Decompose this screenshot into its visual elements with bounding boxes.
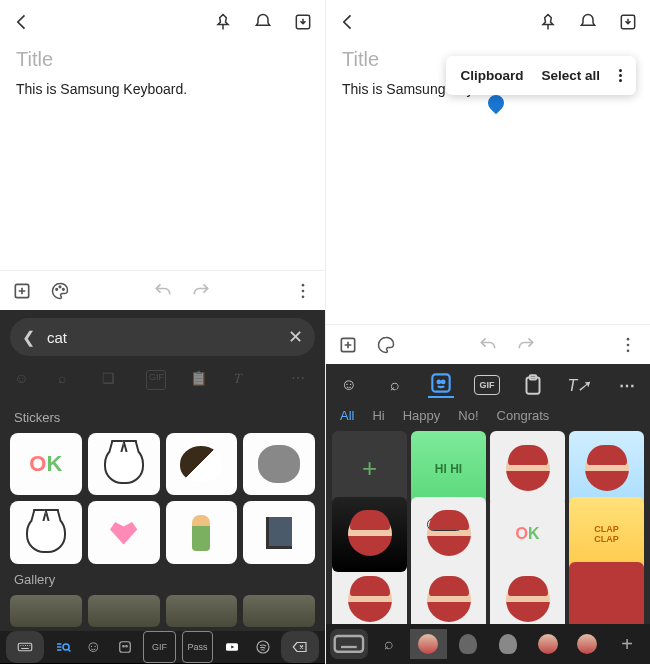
svg-point-4 [63, 288, 65, 290]
keyboard-toggle-icon[interactable] [330, 629, 368, 659]
keyboard-content-tabs: ☺ ⌕ GIF T➚ ⋯ [326, 364, 650, 402]
backspace-icon[interactable] [281, 631, 319, 663]
right-screenshot: Clipboard Select all Title This is Samsu… [325, 0, 650, 664]
reminder-icon[interactable] [253, 12, 273, 32]
sticker-tab-icon[interactable]: ❏ [102, 370, 122, 390]
palette-icon[interactable] [376, 335, 396, 355]
pack-avatar-3[interactable] [489, 629, 527, 659]
keyboard-toggle-icon[interactable] [6, 631, 44, 663]
sticker-category-tabs: All Hi Happy No! Congrats [326, 402, 650, 431]
gallery-thumb[interactable] [243, 595, 315, 627]
keyboard-bottom-bar: ☺ GIF Pass [0, 631, 325, 663]
pass-mode-icon[interactable]: Pass [182, 631, 213, 663]
tabs-more-icon[interactable]: ⋯ [291, 370, 311, 390]
gif-mode-icon[interactable]: GIF [143, 631, 176, 663]
redo-icon[interactable] [516, 335, 536, 355]
emoji-mode-icon[interactable]: ☺ [81, 631, 106, 663]
checkbox-icon[interactable] [12, 281, 32, 301]
sticker-emoji-ok[interactable]: OK [490, 497, 565, 572]
undo-icon[interactable] [153, 281, 173, 301]
sticker-mode-icon[interactable] [112, 631, 137, 663]
pack-add-icon[interactable]: + [608, 629, 646, 659]
svg-rect-25 [335, 636, 363, 652]
sticker-emoji-8[interactable] [569, 562, 644, 624]
text-context-menu: Clipboard Select all [446, 56, 636, 95]
note-toolbar [0, 270, 325, 310]
svg-point-5 [302, 283, 305, 286]
app-topbar [0, 0, 325, 44]
pin-icon[interactable] [213, 12, 233, 32]
youtube-mode-icon[interactable] [219, 631, 244, 663]
sticker-hi[interactable]: HI HI [411, 431, 486, 506]
gallery-row [0, 591, 325, 631]
sticker-cat-wave[interactable] [10, 501, 82, 563]
pack-avatar-2[interactable] [449, 629, 487, 659]
sticker-cat-gray-1[interactable] [243, 433, 315, 495]
redo-icon[interactable] [191, 281, 211, 301]
sticker-ok[interactable]: OK [10, 433, 82, 495]
title-placeholder[interactable]: Title [0, 44, 325, 77]
back-icon[interactable] [338, 12, 358, 32]
search-tab-icon[interactable]: ⌕ [58, 370, 78, 390]
svg-point-22 [442, 381, 445, 384]
svg-point-11 [122, 645, 124, 647]
clipboard-tab-icon[interactable]: 📋 [190, 370, 210, 390]
sticker-emoji-1[interactable] [490, 431, 565, 506]
sticker-tab-icon[interactable] [428, 372, 454, 398]
cat-happy[interactable]: Happy [403, 408, 441, 423]
cat-all[interactable]: All [340, 408, 354, 423]
undo-icon[interactable] [478, 335, 498, 355]
context-clipboard[interactable]: Clipboard [454, 66, 529, 85]
gif-tab-icon[interactable]: GIF [146, 370, 166, 390]
more-icon[interactable] [293, 281, 313, 301]
pack-avatar-1[interactable] [410, 629, 448, 659]
search-back-icon[interactable]: ❮ [22, 328, 35, 347]
sticker-emoji-sorry[interactable] [411, 497, 486, 572]
gallery-thumb[interactable] [166, 595, 238, 627]
pin-icon[interactable] [538, 12, 558, 32]
sticker-person[interactable] [166, 501, 238, 563]
cat-hi[interactable]: Hi [372, 408, 384, 423]
more-icon[interactable] [618, 335, 638, 355]
search-clear-icon[interactable]: ✕ [288, 326, 303, 348]
sticker-chair[interactable] [243, 501, 315, 563]
svg-point-19 [627, 349, 630, 352]
pack-search-icon[interactable]: ⌕ [370, 629, 408, 659]
add-sticker-tile[interactable]: + [332, 431, 407, 506]
pack-avatar-5[interactable] [569, 629, 607, 659]
gif-tab-icon[interactable]: GIF [474, 372, 500, 398]
gallery-thumb[interactable] [88, 595, 160, 627]
context-more-icon[interactable] [612, 69, 628, 82]
spotify-mode-icon[interactable] [250, 631, 275, 663]
tabs-more-icon[interactable]: ⋯ [614, 372, 640, 398]
context-select-all[interactable]: Select all [535, 66, 606, 85]
reminder-icon[interactable] [578, 12, 598, 32]
note-body[interactable]: This is Samsung Keyboard. [0, 77, 325, 101]
save-icon[interactable] [293, 12, 313, 32]
checkbox-icon[interactable] [338, 335, 358, 355]
back-icon[interactable] [12, 12, 32, 32]
search-input[interactable] [47, 329, 276, 346]
palette-icon[interactable] [50, 281, 70, 301]
sticker-cat-brown[interactable] [166, 433, 238, 495]
sticker-emoji-fire[interactable] [332, 497, 407, 572]
search-tab-icon[interactable]: ⌕ [382, 372, 408, 398]
sticker-emoji-7[interactable] [490, 562, 565, 624]
sticker-cat-line[interactable] [88, 433, 160, 495]
keyboard-panel-right: ☺ ⌕ GIF T➚ ⋯ All Hi Happy No! Congrats + [326, 324, 650, 664]
emoji-tab-icon[interactable]: ☺ [14, 370, 34, 390]
sticker-cat-heart[interactable] [88, 501, 160, 563]
emoji-tab-icon[interactable]: ☺ [336, 372, 362, 398]
cat-no[interactable]: No! [458, 408, 478, 423]
text-tab-icon[interactable]: T➚ [566, 372, 592, 398]
text-tab-icon[interactable]: 𝑇 [234, 370, 254, 390]
search-mode-icon[interactable] [50, 631, 75, 663]
cat-congrats[interactable]: Congrats [497, 408, 550, 423]
sticker-emoji-clap[interactable]: CLAPCLAP [569, 497, 644, 572]
sticker-emoji-2[interactable] [569, 431, 644, 506]
sticker-grid: OK [0, 429, 325, 568]
gallery-thumb[interactable] [10, 595, 82, 627]
pack-avatar-4[interactable] [529, 629, 567, 659]
save-icon[interactable] [618, 12, 638, 32]
clipboard-tab-icon[interactable] [520, 372, 546, 398]
